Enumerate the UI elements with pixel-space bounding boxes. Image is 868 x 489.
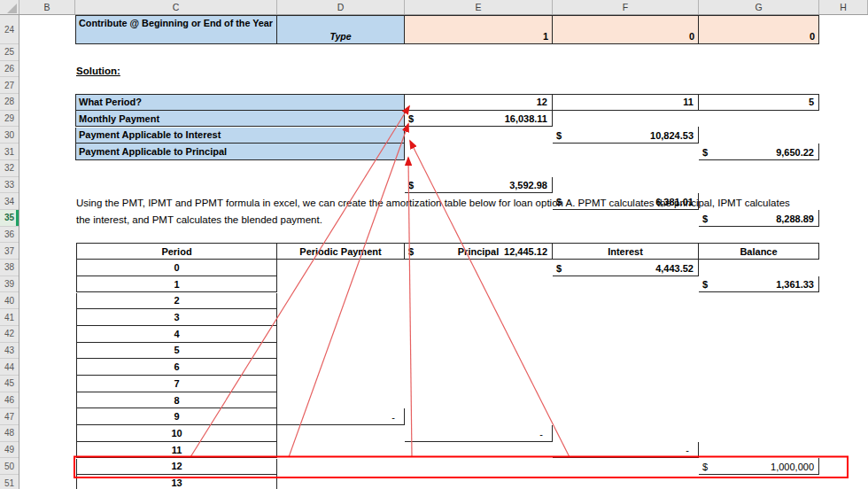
row-header-24[interactable]: 24 (0, 15, 19, 44)
row-header-41[interactable]: 41 (0, 309, 19, 326)
column-header-E[interactable]: E (405, 0, 553, 14)
explanation-line-1[interactable]: Using the PMT, IPMT and PPMT formula in … (76, 198, 790, 208)
dollar-sign: $ (702, 279, 708, 290)
row-header-37[interactable]: 37 (0, 243, 19, 260)
row-header-48[interactable]: 48 (0, 425, 19, 442)
column-header-D[interactable]: D (277, 0, 405, 14)
cell-value: 1,000,000 (771, 462, 814, 472)
amortization-header-interest[interactable]: Interest (553, 243, 699, 260)
row-header-40[interactable]: 40 (0, 293, 19, 310)
summary-value-cell[interactable]: $8,288.89 (699, 210, 819, 227)
cell-value: 16,038.11 (505, 113, 547, 124)
row-header-32[interactable]: 32 (0, 160, 19, 177)
row-header-44[interactable]: 44 (0, 359, 19, 376)
summary-value-cell[interactable]: 11 (553, 94, 699, 111)
contribute-value-cell[interactable]: 0 (699, 15, 819, 44)
column-header-F[interactable]: F (553, 0, 699, 14)
row-header-43[interactable]: 43 (0, 343, 19, 360)
summary-value-cell[interactable]: 5 (699, 94, 819, 111)
row-header-50[interactable]: 50 (0, 459, 19, 476)
amortization-header-balance[interactable]: Balance (699, 243, 819, 260)
row-header-38[interactable]: 38 (0, 260, 19, 276)
explanation-line-2[interactable]: the interest, and PMT calculates the ble… (76, 214, 322, 225)
period-cell-4[interactable]: 4 (76, 326, 277, 343)
active-row-indicator-bar (16, 210, 19, 226)
row-header-42[interactable]: 42 (0, 326, 19, 343)
amortization-cell[interactable]: - (277, 408, 405, 425)
amortization-header-periodic-payment[interactable]: Periodic Payment (277, 243, 405, 260)
dollar-sign: $ (556, 130, 562, 141)
summary-value-cell[interactable]: 12 (405, 94, 553, 111)
row-header-46[interactable]: 46 (0, 392, 19, 409)
amortization-header-period[interactable]: Period (76, 243, 277, 260)
row-header-30[interactable]: 30 (0, 128, 19, 144)
solution-heading[interactable]: Solution: (76, 66, 120, 76)
dollar-sign: $ (408, 113, 414, 124)
period-cell-0[interactable]: 0 (76, 260, 277, 276)
summary-label-cell[interactable]: What Period? (75, 94, 405, 111)
summary-label-cell[interactable]: Monthly Payment (75, 111, 405, 128)
contribute-value-cell[interactable]: 1 (405, 15, 553, 44)
summary-label-cell[interactable]: Payment Applicable to Principal (75, 144, 405, 160)
row-header-51[interactable]: 51 (0, 475, 19, 489)
cell-value: 8,288.89 (776, 213, 814, 224)
period-cell-2[interactable]: 2 (76, 293, 277, 310)
cell-value: 9,650.22 (776, 147, 814, 158)
row-header-34[interactable]: 34 (0, 193, 19, 210)
period-cell-1[interactable]: 1 (76, 276, 277, 293)
period-cell-5[interactable]: 5 (76, 343, 277, 360)
row-header-47[interactable]: 47 (0, 408, 19, 425)
row-header-31[interactable]: 31 (0, 144, 19, 160)
summary-value-cell[interactable]: $4,443.52 (553, 260, 699, 276)
period-cell-10[interactable]: 10 (76, 425, 277, 442)
period-cell-3[interactable]: 3 (76, 309, 277, 326)
type-label-cell[interactable]: Type (277, 15, 405, 44)
summary-value-cell[interactable]: $3,592.98 (405, 177, 553, 194)
summary-value-cell[interactable]: $16,038.11 (405, 111, 553, 128)
row-header-33[interactable]: 33 (0, 177, 19, 194)
amortization-cell[interactable]: $1,000,000 (699, 458, 819, 475)
row-header-28[interactable]: 28 (0, 94, 19, 111)
period-cell-6[interactable]: 6 (76, 359, 277, 376)
select-all-corner[interactable] (0, 0, 19, 14)
dollar-sign: $ (702, 147, 708, 158)
cell-value: 4,443.52 (655, 263, 694, 274)
period-cell-13[interactable]: 13 (76, 475, 277, 489)
cell-value: - (539, 429, 543, 439)
dollar-sign: $ (702, 213, 708, 224)
dollar-sign: $ (408, 180, 414, 190)
summary-value-cell[interactable]: $9,650.22 (699, 144, 819, 160)
cell-value: 10,824.53 (650, 130, 694, 141)
row-header-25[interactable]: 25 (0, 44, 19, 61)
row-header-49[interactable]: 49 (0, 442, 19, 459)
column-header-G[interactable]: G (699, 0, 819, 14)
row-header-27[interactable]: 27 (0, 77, 19, 94)
summary-value-cell[interactable]: $1,361.33 (699, 276, 819, 293)
row-header-36[interactable]: 36 (0, 227, 19, 244)
cell-value: - (686, 445, 689, 455)
period-cell-8[interactable]: 8 (76, 392, 277, 409)
cell-value: - (391, 412, 395, 423)
period-cell-11[interactable]: 11 (76, 442, 277, 459)
dollar-sign: $ (702, 462, 708, 472)
row-header-26[interactable]: 26 (0, 61, 19, 78)
amortization-cell[interactable]: - (405, 425, 553, 442)
summary-value-cell[interactable]: $10,824.53 (553, 127, 699, 144)
amortization-cell[interactable]: - (553, 442, 699, 459)
row-header-45[interactable]: 45 (0, 376, 19, 392)
row-header-39[interactable]: 39 (0, 276, 19, 293)
column-header-C[interactable]: C (75, 0, 277, 14)
row-header-35[interactable]: 35 (0, 210, 19, 227)
amortization-header-principal[interactable]: Principal (405, 243, 553, 260)
contribute-value-cell[interactable]: 0 (553, 15, 699, 44)
cell-value: 3,592.98 (509, 180, 547, 190)
period-cell-7[interactable]: 7 (76, 376, 277, 392)
summary-label-cell[interactable]: Payment Applicable to Interest (75, 128, 405, 144)
column-header-H[interactable]: H (819, 0, 868, 14)
period-cell-9[interactable]: 9 (76, 408, 277, 425)
period-cell-12[interactable]: 12 (76, 459, 277, 476)
cell-value: 1,361.33 (776, 279, 814, 290)
contribute-label-cell[interactable]: Contribute @ Beginning or End of the Yea… (75, 15, 277, 44)
row-header-29[interactable]: 29 (0, 111, 19, 128)
column-header-B[interactable]: B (19, 0, 75, 14)
